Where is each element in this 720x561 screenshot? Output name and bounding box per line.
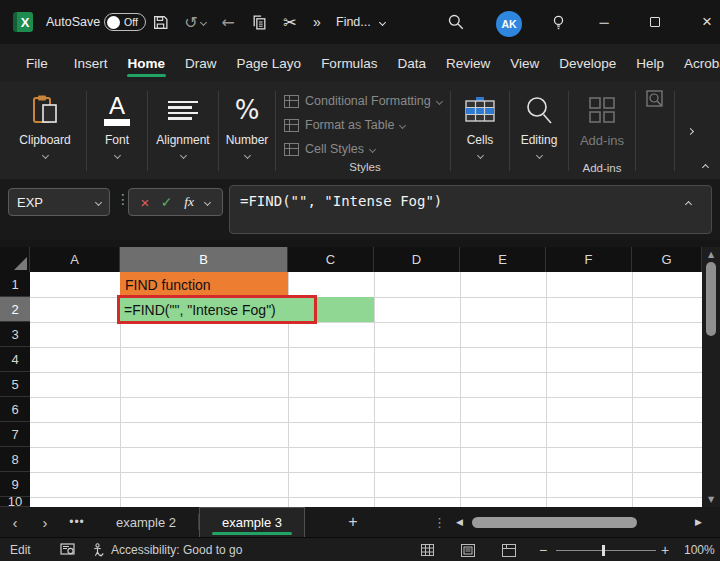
sheet-prev-button[interactable]: ‹ [0,514,30,531]
sheet-bar-options[interactable]: ⋮ [433,515,446,530]
conditional-formatting-button[interactable]: Conditional Formatting [284,89,446,113]
row-header-1[interactable]: 1 [0,272,30,297]
tab-home[interactable]: Home [118,44,176,82]
name-box-value: EXP [17,195,43,210]
autosave-toggle[interactable]: Off [104,13,146,31]
qat-overflow-button[interactable]: » [306,0,328,44]
cut-button[interactable]: ✂ [278,0,302,44]
column-header-b[interactable]: B [120,247,288,272]
alignment-icon [168,98,198,123]
clipboard-group-button[interactable]: Clipboard [4,85,86,177]
row-header-6[interactable]: 6 [0,397,30,422]
close-button[interactable]: × [693,0,720,44]
tab-file[interactable]: File [16,44,58,82]
insert-function-button[interactable]: fx [184,194,194,210]
number-group-button[interactable]: % Number [219,85,275,177]
new-sheet-button[interactable]: + [335,513,371,531]
scroll-up-icon[interactable]: ▲ [702,250,720,259]
row-header-10[interactable]: 10 [0,497,30,507]
ribbon-scroll-right-button[interactable] [675,85,705,177]
name-box[interactable]: EXP [8,188,110,216]
sheet-tab-example-3[interactable]: example 3 [199,507,305,537]
column-header-c[interactable]: C [288,247,374,272]
column-header-f[interactable]: F [546,247,632,272]
enter-button[interactable]: ✓ [161,194,173,210]
save-button[interactable] [148,0,172,44]
row-header-2[interactable]: 2 [0,297,30,322]
tab-acrobat[interactable]: Acrobat [674,44,720,82]
normal-view-button[interactable] [421,538,434,561]
tab-view[interactable]: View [500,44,549,82]
display-settings-button[interactable] [60,538,76,561]
row-header-9[interactable]: 9 [0,472,30,497]
zoom-in-button[interactable]: + [661,538,669,561]
find-dropdown[interactable]: Find... [336,0,385,44]
zoom-slider-thumb[interactable] [602,545,605,556]
hscroll-left-icon[interactable]: ◀ [456,516,463,528]
page-break-view-button[interactable] [502,538,516,561]
zoom-out-button[interactable]: − [539,538,547,561]
status-bar: Edit Accessibility: Good to go [0,537,720,561]
tab-page-layout[interactable]: Page Layo [227,44,312,82]
copy-button[interactable] [247,0,271,44]
conditional-formatting-label: Conditional Formatting [305,94,431,108]
accessibility-icon [90,543,105,558]
format-as-table-button[interactable]: Format as Table [284,113,446,137]
tell-me-button[interactable] [546,0,570,44]
tab-developer[interactable]: Develope [549,44,626,82]
zoom-slider-track[interactable] [556,550,656,551]
font-group-button[interactable]: A Font [87,85,147,177]
horizontal-scrollbar-thumb[interactable] [472,517,637,528]
page-layout-view-button[interactable] [461,538,475,561]
tab-insert[interactable]: Insert [64,44,118,82]
sheet-tab-bar: ‹ › ••• example 2 example 3 + ⋮ ◀ ▶ [0,507,720,537]
alignment-group-button[interactable]: Alignment [148,85,218,177]
tab-draw[interactable]: Draw [175,44,227,82]
cell-styles-button[interactable]: Cell Styles [284,137,446,161]
back-arrow-icon: ← [221,13,234,32]
column-header-g[interactable]: G [632,247,702,272]
addin-quick-item[interactable] [636,85,674,177]
accessibility-checker-button[interactable]: Accessibility: Good to go [90,538,242,561]
undo-button[interactable]: ↺ [180,0,210,44]
formula-input[interactable]: =FIND("", "Intense Fog") [229,185,712,234]
tab-data[interactable]: Data [387,44,436,82]
column-header-a[interactable]: A [30,247,120,272]
sheet-list-button[interactable]: ••• [60,515,94,529]
account-avatar[interactable]: AK [496,11,522,37]
cancel-button[interactable]: × [141,194,150,211]
hscroll-right-icon[interactable]: ▶ [695,516,702,528]
row-header-5[interactable]: 5 [0,372,30,397]
cells-group-button[interactable]: Cells [451,85,509,177]
sheet-tab-example-2[interactable]: example 2 [94,507,198,537]
search-button[interactable] [444,0,468,44]
cell-b1[interactable]: FIND function [120,272,288,297]
zoom-level[interactable]: 100% [684,538,715,561]
redo-button[interactable]: ← [216,0,240,44]
chevron-down-icon [41,152,48,159]
tab-formulas[interactable]: Formulas [311,44,387,82]
column-header-e[interactable]: E [460,247,546,272]
row-header-7[interactable]: 7 [0,422,30,447]
ribbon-tab-row: File Insert Home Draw Page Layo Formulas… [0,44,720,82]
column-header-d[interactable]: D [374,247,460,272]
row-header-3[interactable]: 3 [0,322,30,347]
sheet-next-button[interactable]: › [30,514,60,531]
scroll-down-icon[interactable]: ▼ [702,495,720,504]
vertical-scrollbar[interactable]: ▲ ▼ [702,247,720,507]
select-all-button[interactable] [0,247,30,272]
minimize-button[interactable]: ─ [590,0,618,44]
addins-button[interactable]: Add-ins [580,133,624,148]
excel-window: X AutoSave Off ↺ ← ✂ [0,0,720,561]
tab-review[interactable]: Review [436,44,500,82]
editing-group-button[interactable]: Editing [510,85,568,177]
cell-styles-label: Cell Styles [305,142,364,156]
maximize-button[interactable] [641,0,669,44]
gridline [30,347,702,348]
row-header-4[interactable]: 4 [0,347,30,372]
formula-controls: × ✓ fx [128,188,223,216]
collapse-formula-bar-button[interactable] [685,201,692,208]
tab-help[interactable]: Help [626,44,674,82]
vertical-scrollbar-thumb[interactable] [706,262,716,336]
row-header-8[interactable]: 8 [0,447,30,472]
